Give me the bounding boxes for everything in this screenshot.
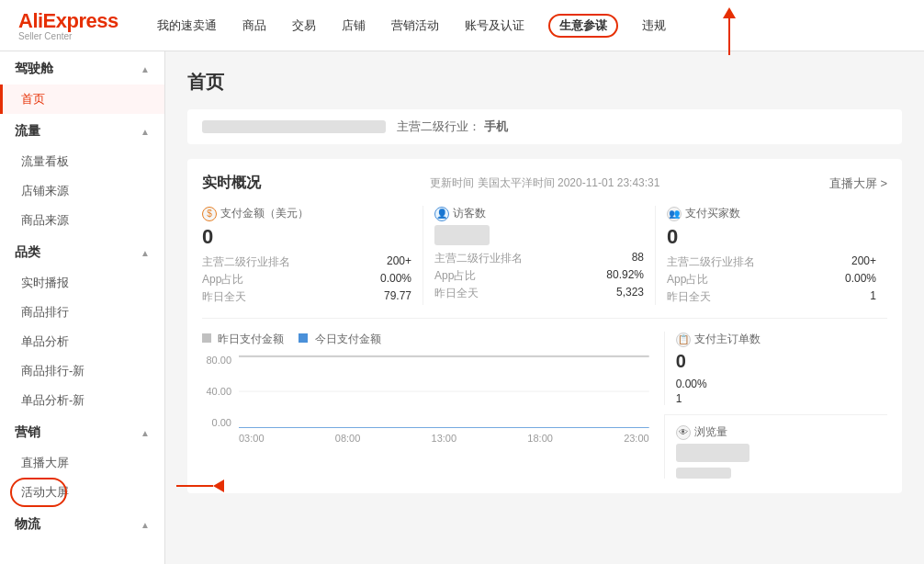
sidebar-item-store-source[interactable]: 店铺来源 <box>0 176 164 206</box>
visitor-icon: 👤 <box>434 207 449 221</box>
sidebar-item-live-screen[interactable]: 直播大屏 <box>0 448 164 478</box>
store-name-blurred <box>202 120 386 133</box>
sidebar-item-realtime-broadcast[interactable]: 实时播报 <box>0 268 164 298</box>
nav-item-sumai[interactable]: 我的速卖通 <box>155 14 219 38</box>
stat-paying-buyers: 👥 支付买家数 0 主营二级行业排名 200+ App占比 0.00% <box>656 206 887 305</box>
sidebar-section-sales-title[interactable]: 营销 ▲ <box>0 415 164 448</box>
chart-with-labels: 80.00 40.00 0.00 <box>202 355 649 446</box>
sidebar-section-category-title[interactable]: 品类 ▲ <box>0 235 164 268</box>
sidebar-section-logistics-title[interactable]: 物流 ▲ <box>0 507 164 540</box>
main-content: 首页 主营二级行业： 手机 实时概况 更新时间 美国太平洋时间 2020-11-… <box>165 51 924 564</box>
sidebar-item-product-ranking-new[interactable]: 商品排行-新 <box>0 356 164 386</box>
stat-buyers-value: 0 <box>667 225 876 249</box>
nav-item-business-advisor[interactable]: 生意参谋 <box>548 14 618 38</box>
visitors-sub-row-1: 主营二级行业排名 88 <box>434 251 644 266</box>
sidebar-section-cockpit-title[interactable]: 驾驶舱 ▲ <box>0 51 164 85</box>
legend-dot-yesterday <box>202 333 211 343</box>
buyers-sub-row-1: 主营二级行业排名 200+ <box>667 254 876 270</box>
y-axis-labels: 80.00 40.00 0.00 <box>202 355 235 428</box>
nav-item-products[interactable]: 商品 <box>241 14 268 38</box>
pageviews-sub-blurred <box>676 468 731 479</box>
visitors-value-blurred <box>434 225 490 245</box>
realtime-card: 实时概况 更新时间 美国太平洋时间 2020-11-01 23:43:31 直播… <box>187 159 902 493</box>
chart-section: 昨日支付金额 今日支付金额 80.00 40.00 <box>202 332 649 479</box>
bottom-section: 昨日支付金额 今日支付金额 80.00 40.00 <box>202 332 887 479</box>
logo: AliExpress Seller Center <box>18 9 118 41</box>
realtime-update-time: 更新时间 美国太平洋时间 2020-11-01 23:43:31 <box>430 175 659 191</box>
stat-visitors: 👤 访客数 主营二级行业排名 88 App占比 80.92% <box>423 206 656 305</box>
sidebar: 驾驶舱 ▲ 首页 流量 ▲ 流量看板 店铺来源 商品来源 品类 ▲ 实时播报 商… <box>0 51 165 564</box>
stat-pageviews: 👁 浏览量 <box>664 414 887 479</box>
stat-visitors-sub: 主营二级行业排名 88 App占比 80.92% 昨日全天 5,323 <box>434 251 644 301</box>
chevron-up-icon: ▲ <box>141 127 150 137</box>
stat-sub-row-1: 主营二级行业排名 200+ <box>202 254 411 270</box>
orders-icon: 📋 <box>676 333 691 347</box>
stat-payment-sub: 主营二级行业排名 200+ App占比 0.00% 昨日全天 79.77 <box>202 254 411 305</box>
payment-orders-sub: 0.00% 1 <box>676 378 887 405</box>
bottom-stats: 📋 支付主订单数 0 0.00% 1 <box>664 332 887 479</box>
nav-item-marketing[interactable]: 营销活动 <box>389 14 441 38</box>
stat-payment-label: $ 支付金额（美元） <box>202 206 411 221</box>
realtime-header: 实时概况 更新时间 美国太平洋时间 2020-11-01 23:43:31 直播… <box>202 174 887 193</box>
chart-legend: 昨日支付金额 今日支付金额 <box>202 332 649 347</box>
payment-icon: $ <box>202 207 217 221</box>
store-info-bar: 主营二级行业： 手机 <box>187 109 902 144</box>
logo-sub: Seller Center <box>18 31 118 41</box>
sidebar-section-traffic-title[interactable]: 流量 ▲ <box>0 114 164 147</box>
stat-sub-row-3: 昨日全天 79.77 <box>202 289 411 305</box>
sidebar-section-traffic: 流量 ▲ 流量看板 店铺来源 商品来源 <box>0 114 164 235</box>
pageviews-icon: 👁 <box>676 425 691 440</box>
chart-container: 80.00 40.00 0.00 <box>202 355 649 437</box>
visitors-sub-row-3: 昨日全天 5,323 <box>434 286 644 301</box>
payment-orders-label: 📋 支付主订单数 <box>676 332 887 347</box>
visitors-sub-row-2: App占比 80.92% <box>434 268 644 284</box>
chevron-up-icon: ▲ <box>141 64 150 74</box>
sidebar-item-activity-screen[interactable]: 活动大屏 <box>0 478 164 507</box>
sidebar-item-single-analysis[interactable]: 单品分析 <box>0 327 164 356</box>
nav-item-store[interactable]: 店铺 <box>340 14 367 38</box>
chart-svg-container: 03:00 08:00 13:00 18:00 23:00 <box>239 355 649 446</box>
stat-payment-amount: $ 支付金额（美元） 0 主营二级行业排名 200+ App占比 0.00% <box>202 206 423 305</box>
main-nav: 我的速卖通 商品 交易 店铺 营销活动 账号及认证 生意参谋 违规 <box>155 14 668 38</box>
pageviews-value-blurred <box>676 444 749 462</box>
store-industry-value: 手机 <box>484 119 508 133</box>
legend-item-today: 今日支付金额 <box>299 332 380 347</box>
stat-visitors-value <box>434 225 644 245</box>
buyers-sub-row-2: App占比 0.00% <box>667 272 876 288</box>
stat-buyers-sub: 主营二级行业排名 200+ App占比 0.00% 昨日全天 1 <box>667 254 876 305</box>
chevron-down-icon: ▲ <box>141 520 150 530</box>
sidebar-item-product-source[interactable]: 商品来源 <box>0 206 164 235</box>
pageviews-label: 👁 浏览量 <box>676 424 887 440</box>
live-screen-link[interactable]: 直播大屏 > <box>829 175 887 192</box>
sidebar-item-traffic-board[interactable]: 流量看板 <box>0 147 164 176</box>
stat-buyers-label: 👥 支付买家数 <box>667 206 876 221</box>
arrow-line-up <box>728 51 730 55</box>
sidebar-section-logistics: 物流 ▲ <box>0 507 164 540</box>
sidebar-item-homepage[interactable]: 首页 <box>0 85 164 114</box>
stats-top-row: $ 支付金额（美元） 0 主营二级行业排名 200+ App占比 0.00% <box>202 206 887 319</box>
nav-item-account[interactable]: 账号及认证 <box>463 14 526 38</box>
buyers-icon: 👥 <box>667 207 682 221</box>
layout: 驾驶舱 ▲ 首页 流量 ▲ 流量看板 店铺来源 商品来源 品类 ▲ 实时播报 商… <box>0 51 924 564</box>
store-industry-label: 主营二级行业： 手机 <box>397 118 508 135</box>
stat-visitors-label: 👤 访客数 <box>434 206 644 221</box>
stat-payment-orders: 📋 支付主订单数 0 0.00% 1 <box>664 332 887 405</box>
sidebar-section-sales: 营销 ▲ 直播大屏 活动大屏 <box>0 415 164 507</box>
header: AliExpress Seller Center 我的速卖通 商品 交易 店铺 … <box>0 0 924 51</box>
sidebar-section-category: 品类 ▲ 实时播报 商品排行 单品分析 商品排行-新 单品分析-新 <box>0 235 164 415</box>
nav-arrow-annotation <box>723 51 736 55</box>
page-title: 首页 <box>187 70 902 95</box>
orders-sub-row-1: 0.00% <box>676 378 887 390</box>
stat-sub-row-2: App占比 0.00% <box>202 272 411 288</box>
stat-payment-value: 0 <box>202 225 411 249</box>
nav-item-trade[interactable]: 交易 <box>290 14 318 38</box>
legend-dot-today <box>299 333 308 343</box>
chart-svg <box>239 355 649 428</box>
sidebar-item-product-ranking[interactable]: 商品排行 <box>0 298 164 327</box>
realtime-title: 实时概况 <box>202 174 261 193</box>
orders-sub-row-2: 1 <box>676 392 887 405</box>
sidebar-item-single-analysis-new[interactable]: 单品分析-新 <box>0 386 164 415</box>
legend-item-yesterday: 昨日支付金额 <box>202 332 284 347</box>
nav-item-violation[interactable]: 违规 <box>640 14 668 38</box>
buyers-sub-row-3: 昨日全天 1 <box>667 289 876 305</box>
